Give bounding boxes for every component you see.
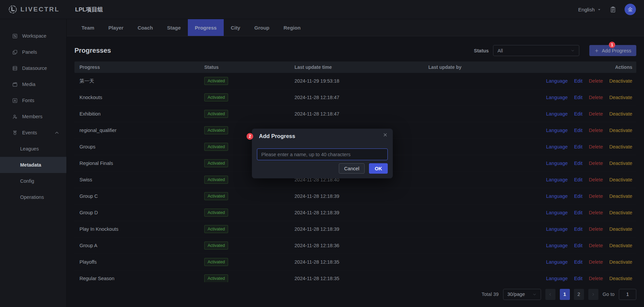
delete-link[interactable]: Delete — [589, 111, 603, 117]
sidebar-item-datasource[interactable]: Datasource — [0, 60, 66, 76]
progress-name: Exhibition — [74, 111, 204, 117]
delete-link[interactable]: Delete — [589, 259, 603, 265]
language-select[interactable]: English — [578, 7, 601, 12]
tab-team[interactable]: Team — [74, 19, 101, 36]
edit-link[interactable]: Edit — [574, 259, 583, 265]
sidebar-item-leagues[interactable]: Leagues — [0, 141, 66, 157]
sidebar-item-media[interactable]: Media — [0, 76, 66, 92]
language-link[interactable]: Language — [546, 259, 568, 265]
delete-link[interactable]: Delete — [589, 226, 603, 232]
delete-link[interactable]: Delete — [589, 128, 603, 133]
delete-link[interactable]: Delete — [589, 243, 603, 248]
tab-stage[interactable]: Stage — [160, 19, 188, 36]
progress-name-input[interactable] — [257, 148, 388, 160]
language-link[interactable]: Language — [546, 111, 568, 117]
edit-link[interactable]: Edit — [574, 193, 583, 199]
edit-link[interactable]: Edit — [574, 111, 583, 117]
language-link[interactable]: Language — [546, 78, 568, 84]
progress-name: Play In Knockouts — [74, 226, 204, 232]
delete-link[interactable]: Delete — [589, 276, 603, 281]
edit-link[interactable]: Edit — [574, 128, 583, 133]
clipboard-icon[interactable] — [609, 6, 616, 13]
edit-link[interactable]: Edit — [574, 144, 583, 149]
tab-player[interactable]: Player — [101, 19, 130, 36]
next-page-button[interactable] — [588, 289, 598, 300]
sidebar-item-metadata[interactable]: Metadata — [0, 157, 66, 173]
sidebar-item-panels[interactable]: Panels — [0, 44, 66, 60]
deactivate-link[interactable]: Deactivate — [609, 177, 632, 182]
deactivate-link[interactable]: Deactivate — [609, 193, 632, 199]
page-button-1[interactable]: 1 — [560, 289, 570, 300]
delete-link[interactable]: Delete — [589, 144, 603, 149]
delete-link[interactable]: Delete — [589, 78, 603, 84]
cancel-button[interactable]: Cancel — [339, 163, 365, 174]
edit-link[interactable]: Edit — [574, 210, 583, 215]
language-link[interactable]: Language — [546, 193, 568, 199]
status-filter-select[interactable]: All — [493, 45, 579, 56]
tab-region[interactable]: Region — [276, 19, 308, 36]
language-link[interactable]: Language — [546, 177, 568, 182]
progress-name: Swiss — [74, 177, 204, 182]
delete-link[interactable]: Delete — [589, 95, 603, 100]
language-link[interactable]: Language — [546, 144, 568, 149]
sidebar-item-operations[interactable]: Operations — [0, 189, 66, 205]
deactivate-link[interactable]: Deactivate — [609, 226, 632, 232]
deactivate-link[interactable]: Deactivate — [609, 161, 632, 166]
sidebar-item-label: Config — [20, 178, 34, 184]
tab-city[interactable]: City — [224, 19, 247, 36]
deactivate-link[interactable]: Deactivate — [609, 243, 632, 248]
sidebar-item-workspace[interactable]: Workspace — [0, 28, 66, 44]
language-link[interactable]: Language — [546, 276, 568, 281]
deactivate-link[interactable]: Deactivate — [609, 111, 632, 117]
status-badge: Activated — [204, 126, 228, 134]
progress-name: Regular Season — [74, 276, 204, 281]
prev-page-button[interactable] — [545, 289, 555, 300]
ok-button[interactable]: OK — [369, 163, 388, 174]
status-badge: Activated — [204, 274, 228, 282]
status-cell: Activated — [204, 93, 294, 101]
deactivate-link[interactable]: Deactivate — [609, 128, 632, 133]
edit-link[interactable]: Edit — [574, 161, 583, 166]
sidebar-item-label: Workspace — [22, 33, 46, 39]
language-link[interactable]: Language — [546, 243, 568, 248]
delete-link[interactable]: Delete — [589, 177, 603, 182]
goto-page-input[interactable] — [619, 289, 636, 300]
edit-link[interactable]: Edit — [574, 177, 583, 182]
deactivate-link[interactable]: Deactivate — [609, 78, 632, 84]
edit-link[interactable]: Edit — [574, 243, 583, 248]
edit-link[interactable]: Edit — [574, 78, 583, 84]
close-icon[interactable] — [383, 132, 388, 137]
edit-link[interactable]: Edit — [574, 95, 583, 100]
edit-link[interactable]: Edit — [574, 226, 583, 232]
tab-progress[interactable]: Progress — [188, 19, 224, 36]
deactivate-link[interactable]: Deactivate — [609, 95, 632, 100]
deactivate-link[interactable]: Deactivate — [609, 210, 632, 215]
sidebar-item-label: Events — [22, 130, 37, 135]
actions-cell: LanguageEditDeleteDeactivate — [529, 177, 636, 182]
delete-link[interactable]: Delete — [589, 161, 603, 166]
page-size-select[interactable]: 30/page — [503, 289, 541, 300]
deactivate-link[interactable]: Deactivate — [609, 259, 632, 265]
language-link[interactable]: Language — [546, 210, 568, 215]
deactivate-link[interactable]: Deactivate — [609, 276, 632, 281]
panels-icon — [12, 49, 18, 55]
user-avatar[interactable]: 金 — [625, 4, 636, 15]
language-link[interactable]: Language — [546, 226, 568, 232]
tab-group[interactable]: Group — [247, 19, 276, 36]
page-button-2[interactable]: 2 — [574, 289, 584, 300]
language-link[interactable]: Language — [546, 128, 568, 133]
sidebar-item-fonts[interactable]: Fonts — [0, 92, 66, 108]
delete-link[interactable]: Delete — [589, 210, 603, 215]
language-link[interactable]: Language — [546, 95, 568, 100]
edit-link[interactable]: Edit — [574, 276, 583, 281]
add-progress-button[interactable]: 1 Add Progress — [589, 45, 636, 56]
sidebar-item-label: Metadata — [20, 162, 41, 168]
sidebar-item-config[interactable]: Config — [0, 173, 66, 189]
delete-link[interactable]: Delete — [589, 193, 603, 199]
deactivate-link[interactable]: Deactivate — [609, 144, 632, 149]
sidebar-item-members[interactable]: Members — [0, 108, 66, 125]
tab-coach[interactable]: Coach — [130, 19, 160, 36]
language-link[interactable]: Language — [546, 161, 568, 166]
sidebar-item-events[interactable]: Events — [0, 125, 66, 141]
actions-cell: LanguageEditDeleteDeactivate — [529, 161, 636, 166]
